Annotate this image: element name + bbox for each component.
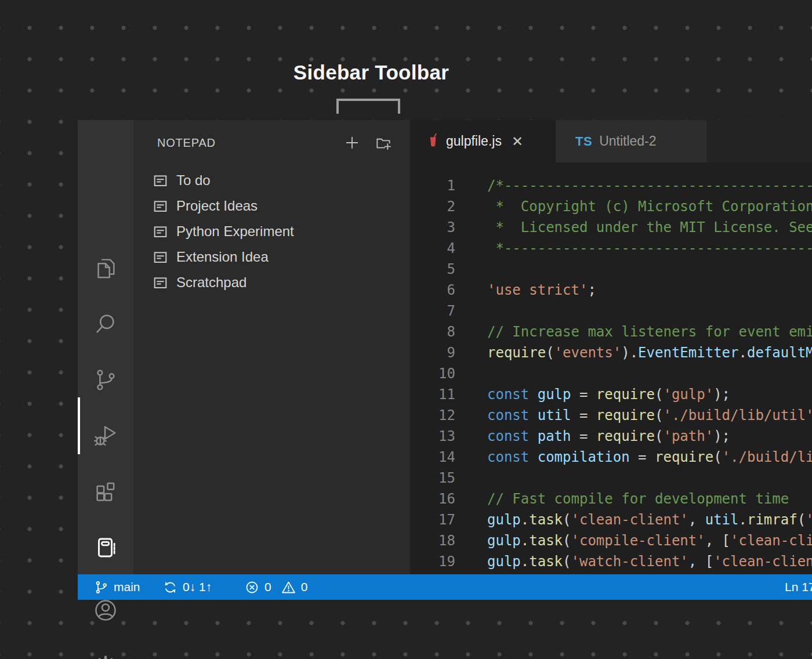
code-line: 5 — [410, 259, 812, 280]
close-icon[interactable]: ✕ — [512, 135, 523, 149]
code-line: 1/*-------------------------------------… — [410, 175, 812, 196]
gear-icon — [92, 652, 119, 659]
sidebar-item-label: Python Experiment — [176, 223, 294, 240]
activity-item-settings[interactable] — [92, 652, 119, 659]
line-number: 10 — [410, 363, 455, 384]
gulp-icon — [427, 133, 438, 150]
extensions-icon — [92, 479, 119, 505]
line-number: 18 — [410, 530, 455, 551]
activity-item-accounts[interactable] — [92, 597, 119, 624]
tab-gulpfile[interactable]: gulpfile.js ✕ — [410, 120, 556, 162]
code-line: 6'use strict'; — [410, 280, 812, 300]
note-icon — [153, 275, 168, 291]
sidebar-item-label: To do — [176, 172, 211, 189]
new-folder-icon — [374, 133, 393, 152]
new-folder-button[interactable] — [374, 133, 393, 153]
page-title: Sidebar Toolbar — [220, 61, 522, 84]
tab-label: Untitled-2 — [599, 133, 656, 149]
activity-item-source-control[interactable] — [92, 367, 119, 393]
line-number: 15 — [410, 468, 455, 488]
code-line: 10 — [410, 363, 812, 384]
line-number: 8 — [410, 321, 455, 342]
activity-item-search[interactable] — [92, 311, 119, 338]
account-icon — [92, 597, 119, 624]
problems-status[interactable]: 0 0 — [244, 574, 307, 600]
line-number: 12 — [410, 405, 455, 426]
active-item-indicator — [78, 397, 80, 454]
sidebar: NOTEPAD To do Project Ideas Python E — [133, 120, 410, 574]
activity-bar — [78, 120, 133, 574]
line-number: 19 — [410, 551, 455, 572]
code-line: 15 — [410, 468, 812, 488]
line-number: 2 — [410, 196, 455, 217]
line-number: 7 — [410, 300, 455, 321]
code-line: 2 * Copyright (c) Microsoft Corporation — [410, 196, 812, 217]
code-line: 13const path = require('path'); — [410, 426, 812, 447]
code-line: 4 *-------------------------------------… — [410, 238, 812, 259]
branch-name: main — [114, 580, 140, 594]
error-count: 0 — [264, 580, 271, 594]
line-number: 16 — [410, 488, 455, 509]
sync-status[interactable]: 0↓ 1↑ — [162, 574, 212, 600]
typescript-icon: TS — [575, 134, 592, 149]
sync-counts: 0↓ 1↑ — [183, 580, 212, 594]
line-number: 3 — [410, 217, 455, 238]
code-line: 11const gulp = require('gulp'); — [410, 384, 812, 405]
activity-item-notepad[interactable] — [92, 534, 119, 561]
activity-item-run-debug[interactable] — [92, 423, 119, 450]
new-note-button[interactable] — [342, 133, 362, 153]
debug-icon — [92, 423, 119, 450]
code-line: 19gulp.task('watch-client', ['clean-clie… — [410, 551, 812, 572]
sidebar-item[interactable]: Project Ideas — [133, 193, 410, 219]
code-line: 17gulp.task('clean-client', util.rimraf(… — [410, 509, 812, 530]
sidebar-item[interactable]: Python Experiment — [133, 219, 410, 244]
sidebar-title: NOTEPAD — [157, 136, 216, 150]
tab-bar: gulpfile.js ✕ TS Untitled-2 — [410, 120, 812, 162]
code-line: 12const util = require('./build/lib/util… — [410, 405, 812, 426]
sidebar-item[interactable]: To do — [133, 168, 410, 193]
line-number: 1 — [410, 175, 455, 196]
cursor-position[interactable]: Ln 17 — [785, 574, 812, 600]
note-list: To do Project Ideas Python Experiment Ex… — [133, 168, 410, 295]
line-number: 11 — [410, 384, 455, 405]
warning-icon — [281, 580, 296, 595]
warning-count: 0 — [301, 580, 308, 594]
status-bar: main 0↓ 1↑ 0 0 Ln 1 — [78, 574, 812, 600]
line-number: 6 — [410, 280, 455, 300]
sidebar-item[interactable]: Extension Idea — [133, 244, 410, 270]
line-number: 5 — [410, 259, 455, 280]
sidebar-item-label: Project Ideas — [176, 198, 258, 214]
activity-item-extensions[interactable] — [92, 479, 119, 505]
files-icon — [92, 255, 119, 281]
code-line: 9require('events').EventEmitter.defaultM… — [410, 342, 812, 363]
sidebar-item-label: Scratchpad — [176, 274, 246, 291]
tab-label: gulpfile.js — [446, 133, 502, 149]
search-icon — [92, 311, 119, 338]
annotation-bracket — [336, 99, 400, 114]
line-number: 17 — [410, 509, 455, 530]
code-line: 8// Increase max listeners for event emi… — [410, 321, 812, 342]
code-line: 16// Fast compile for development time — [410, 488, 812, 509]
source-control-icon — [92, 367, 119, 393]
line-number: 4 — [410, 238, 455, 259]
code-line: 18gulp.task('compile-client', ['clean-cl… — [410, 530, 812, 551]
notepad-icon — [92, 534, 119, 561]
error-icon — [244, 580, 260, 595]
note-icon — [153, 173, 168, 189]
cursor-position-label: Ln 17 — [785, 580, 812, 594]
plus-icon — [343, 133, 361, 152]
note-icon — [153, 198, 168, 214]
note-icon — [153, 249, 168, 265]
branch-status[interactable]: main — [93, 574, 140, 600]
line-number: 13 — [410, 426, 455, 447]
sidebar-item[interactable]: Scratchpad — [133, 270, 410, 295]
code-line: 7 — [410, 300, 812, 321]
sidebar-item-label: Extension Idea — [176, 249, 269, 265]
git-branch-icon — [93, 580, 109, 595]
screenshot-root: { "annotation": { "title": "Sidebar Tool… — [0, 0, 812, 659]
line-number: 14 — [410, 447, 455, 468]
note-icon — [153, 224, 168, 240]
tab-untitled-2[interactable]: TS Untitled-2 — [556, 120, 706, 162]
activity-item-explorer[interactable] — [92, 255, 119, 281]
editor-code[interactable]: 1/*-------------------------------------… — [410, 162, 812, 574]
